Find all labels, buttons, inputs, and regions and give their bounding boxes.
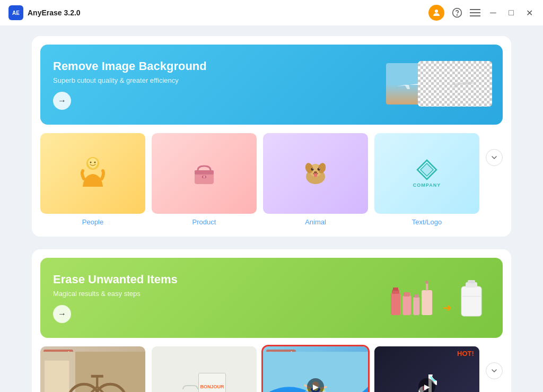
svg-rect-45 [45,361,69,392]
svg-point-8 [88,158,98,168]
svg-rect-30 [393,288,398,291]
help-icon[interactable] [452,7,462,18]
user-avatar-icon[interactable] [428,5,444,21]
menu-icon[interactable] [470,9,480,16]
category-product[interactable]: Product [152,133,257,226]
svg-point-9 [90,162,91,163]
svg-point-22 [319,168,320,169]
category-animal-thumb [263,133,368,214]
svg-rect-35 [422,290,432,315]
titlebar-left: AE AnyErase 3.2.0 [8,5,81,20]
svg-point-19 [311,168,313,170]
bag-body: BONJOUR [198,373,226,392]
category-people-label: People [82,218,103,226]
category-textlogo-label: Text/Logo [412,218,442,226]
svg-rect-44 [75,352,145,392]
svg-point-37 [425,281,428,284]
category-text[interactable]: BONJOUR Text [152,346,257,392]
svg-rect-12 [195,170,214,175]
titlebar: AE AnyErase 3.2.0 ─ □ [0,0,543,25]
svg-point-10 [94,162,95,163]
erase-banner: Erase Unwanted Items Magical results & e… [40,258,503,338]
category-product-label: Product [192,218,216,226]
remove-background-card: Remove Image Background Superb cutout qu… [32,36,511,237]
bag-handle [182,385,198,389]
svg-point-21 [312,168,313,169]
category-people[interactable]: People [40,133,145,226]
titlebar-right: ─ □ ✕ [428,5,535,21]
maximize-button[interactable]: □ [506,8,516,18]
tiktok-play-button[interactable]: ▶ [418,378,435,392]
svg-point-23 [314,171,317,173]
section1-chevron-button[interactable] [486,149,503,166]
banner1-after-image [418,61,492,107]
category-videowm-thumb: Watermark [263,346,368,392]
category-product-thumb [152,133,257,214]
svg-text:HOT!: HOT! [457,350,474,358]
erase-category-row: Watermark [32,338,511,392]
category-textlogo[interactable]: COMPANY Text/Logo [374,133,479,226]
remove-background-banner: Remove Image Background Superb cutout qu… [40,45,503,125]
svg-rect-34 [414,294,418,298]
video-play-button[interactable]: ▶ [307,378,324,392]
minimize-button[interactable]: ─ [488,8,498,18]
close-button[interactable]: ✕ [524,8,535,18]
category-video-watermark[interactable]: Watermark [263,346,368,392]
category-tiktok[interactable]: TikTok HOT! ▶ TikTok Logo [374,346,479,392]
category-watermark[interactable]: Watermark [40,346,145,392]
category-text-thumb: BONJOUR [152,346,257,392]
svg-rect-40 [468,280,475,283]
category-tiktok-thumb: TikTok HOT! ▶ [374,346,479,392]
banner2-arrow-button[interactable]: → [53,305,71,323]
svg-rect-32 [404,292,410,297]
category-watermark-thumb: Watermark [40,346,145,392]
category-people-thumb [40,133,145,214]
svg-point-0 [435,10,438,13]
bonjour-text: BONJOUR [200,384,224,389]
svg-point-24 [314,173,317,177]
company-text: COMPANY [413,182,441,188]
app-title: AnyErase 3.2.0 [28,8,81,17]
category-textlogo-thumb: COMPANY [374,133,479,214]
category-animal-label: Animal [305,218,326,226]
banner1-arrow-button[interactable]: → [53,92,71,110]
svg-rect-41 [462,296,480,297]
svg-point-14 [203,176,205,178]
svg-rect-28 [391,293,400,315]
category-animal[interactable]: Animal [263,133,368,226]
company-logo-box: COMPANY [413,159,441,188]
erase-items-card: Erase Unwanted Items Magical results & e… [32,249,511,392]
app-logo: AE [8,5,23,20]
svg-point-20 [317,168,320,170]
svg-rect-38 [461,286,481,316]
background-category-row: People Product [32,125,511,226]
section2-chevron-button[interactable] [486,362,503,379]
erase-arrow-icon: ➜ [443,301,452,319]
erase-banner-image: ➜ [381,274,492,322]
svg-rect-33 [413,297,419,315]
svg-rect-31 [402,295,411,315]
main-content: Remove Image Background Superb cutout qu… [0,25,543,392]
hot-badge: HOT! [457,347,478,360]
